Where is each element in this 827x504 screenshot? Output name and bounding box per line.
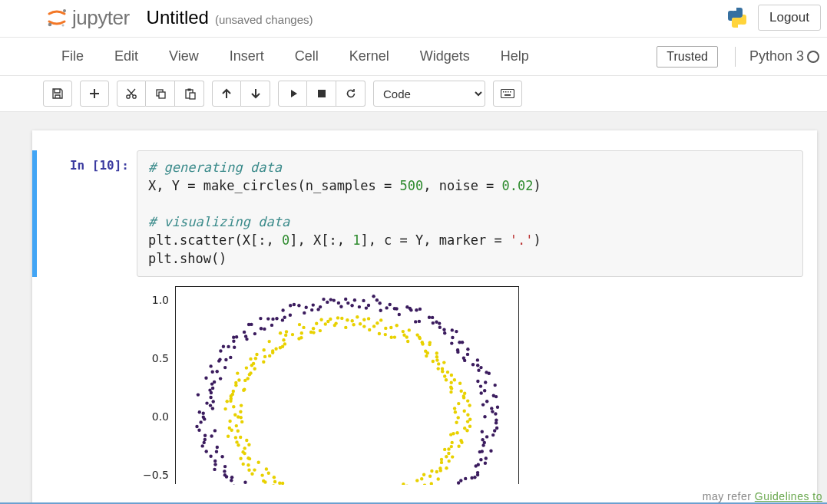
svg-point-176	[464, 476, 467, 479]
svg-point-390	[451, 440, 454, 443]
svg-point-75	[367, 304, 370, 307]
menu-help[interactable]: Help	[485, 42, 544, 71]
menu-cell[interactable]: Cell	[280, 42, 334, 71]
svg-point-374	[437, 477, 440, 480]
svg-point-258	[362, 318, 366, 321]
svg-point-134	[211, 387, 214, 390]
svg-point-376	[435, 470, 438, 473]
cell-type-select[interactable]: Code	[373, 81, 485, 107]
copy-button[interactable]	[146, 81, 175, 107]
code-cell[interactable]: In [10]: # generating data X, Y = make_c…	[32, 150, 803, 277]
kernel-name[interactable]: Python 3	[749, 48, 804, 64]
svg-point-326	[233, 413, 237, 416]
stop-icon	[316, 88, 327, 99]
menu-kernel[interactable]: Kernel	[334, 42, 405, 71]
svg-point-382	[448, 460, 451, 463]
code-input[interactable]: # generating data X, Y = make_circles(n_…	[137, 150, 803, 277]
header: jupyter Untitled (unsaved changes) Logou…	[0, 0, 827, 38]
svg-point-187	[481, 450, 484, 453]
svg-point-191	[481, 438, 484, 441]
kernel-status-icon	[807, 51, 819, 63]
svg-point-119	[227, 344, 230, 348]
notebook-title[interactable]: Untitled	[147, 7, 209, 28]
svg-point-3	[733, 9, 735, 12]
jupyter-logo[interactable]: jupyter	[46, 6, 130, 30]
svg-point-165	[223, 469, 226, 473]
interrupt-button[interactable]	[307, 81, 336, 107]
svg-point-323	[232, 405, 235, 408]
run-button[interactable]	[278, 81, 307, 107]
svg-point-396	[465, 429, 468, 432]
menu-view[interactable]: View	[154, 42, 214, 71]
svg-point-107	[263, 327, 266, 330]
menubar: FileEditViewInsertCellKernelWidgetsHelp …	[0, 38, 827, 76]
svg-point-261	[352, 323, 355, 326]
svg-point-347	[248, 457, 251, 460]
svg-point-294	[271, 351, 274, 354]
svg-point-102	[275, 317, 278, 320]
svg-point-349	[246, 463, 250, 466]
svg-point-271	[324, 322, 327, 325]
save-icon	[51, 87, 64, 100]
command-palette-button[interactable]	[493, 81, 522, 107]
svg-point-247	[395, 324, 399, 327]
logout-button[interactable]: Logout	[758, 5, 821, 31]
python-logo-icon	[726, 6, 749, 29]
menu-insert[interactable]: Insert	[214, 42, 280, 71]
svg-point-232	[424, 349, 427, 352]
svg-point-127	[209, 364, 212, 367]
svg-point-93	[305, 305, 308, 308]
notebook[interactable]: In [10]: # generating data X, Y = make_c…	[32, 130, 817, 504]
svg-point-34	[477, 368, 480, 371]
svg-point-278	[302, 325, 305, 328]
cut-button[interactable]	[117, 81, 146, 107]
svg-point-58	[428, 315, 431, 318]
svg-point-371	[430, 482, 433, 485]
menu-widgets[interactable]: Widgets	[405, 42, 485, 71]
svg-point-250	[384, 326, 387, 329]
svg-point-359	[273, 476, 276, 479]
svg-point-200	[494, 412, 497, 415]
svg-point-389	[457, 444, 460, 447]
svg-point-22	[481, 403, 485, 406]
svg-point-272	[319, 318, 323, 321]
move-up-button[interactable]	[212, 81, 241, 107]
svg-point-324	[223, 407, 227, 410]
svg-point-265	[340, 316, 343, 319]
save-button[interactable]	[43, 81, 72, 107]
svg-point-279	[298, 323, 301, 326]
svg-point-161	[213, 459, 217, 462]
svg-point-345	[239, 456, 242, 460]
svg-point-30	[484, 380, 487, 384]
menu-file[interactable]: File	[46, 42, 99, 71]
toolbar: Code	[0, 76, 827, 112]
svg-point-234	[428, 341, 432, 344]
svg-point-240	[406, 340, 409, 343]
menu-edit[interactable]: Edit	[99, 42, 154, 71]
svg-point-190	[483, 440, 486, 443]
svg-point-385	[447, 452, 450, 455]
trusted-indicator[interactable]: Trusted	[657, 46, 718, 68]
svg-point-51	[443, 331, 446, 334]
svg-point-252	[379, 318, 382, 321]
svg-point-172	[243, 480, 246, 483]
move-down-button[interactable]	[241, 81, 270, 107]
svg-point-99	[281, 308, 284, 311]
svg-point-156	[216, 446, 219, 449]
svg-point-311	[237, 378, 240, 381]
svg-point-25	[492, 394, 495, 397]
svg-point-341	[247, 443, 250, 446]
svg-point-380	[440, 460, 443, 463]
paste-button[interactable]	[175, 81, 204, 107]
add-cell-button[interactable]	[80, 81, 109, 107]
svg-point-148	[195, 425, 198, 428]
svg-point-182	[477, 463, 480, 466]
svg-point-188	[489, 449, 492, 452]
svg-point-249	[384, 333, 387, 336]
svg-point-379	[445, 466, 448, 469]
svg-point-169	[230, 479, 233, 482]
svg-point-195	[493, 429, 496, 432]
svg-point-147	[199, 420, 202, 423]
restart-button[interactable]	[336, 81, 366, 107]
svg-point-74	[372, 295, 375, 298]
